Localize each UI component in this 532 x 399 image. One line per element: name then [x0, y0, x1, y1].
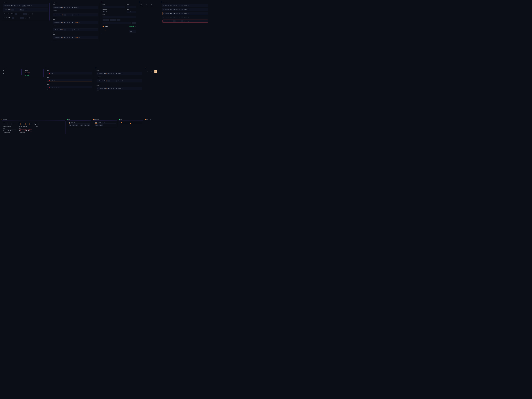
pct-button[interactable]: 100% — [117, 19, 120, 21]
tab[interactable]: Tab0 — [95, 122, 97, 123]
button[interactable]: button — [132, 22, 136, 24]
input-row[interactable]: PlaceholderValue TabTabTab Appendix — [53, 13, 98, 16]
code-digit[interactable]: 0 — [10, 129, 12, 131]
input-row-borderless[interactable]: Placeholder Value TabTabTab button Appen… — [3, 13, 48, 15]
amount-input[interactable]: 0.00 — [102, 6, 125, 8]
input-row-focused[interactable]: PlaceholderValue TabTabTab Appendix — [53, 36, 98, 39]
placeholder-input[interactable]: Placeholder — [127, 11, 136, 13]
tab[interactable]: Tab — [16, 5, 19, 6]
button[interactable]: button — [20, 9, 24, 11]
code-digit[interactable] — [19, 123, 20, 125]
amount-input[interactable]: 0.00 — [102, 16, 136, 18]
account-select[interactable]: Trading Account — [102, 22, 130, 24]
pct-button[interactable]: 50% — [110, 19, 113, 21]
code-digit[interactable] — [10, 123, 12, 125]
close-icon[interactable]: × — [102, 32, 103, 32]
tab[interactable]: Tab0 — [102, 122, 105, 123]
icon-button[interactable] — [72, 37, 73, 38]
code-digit[interactable]: 0 — [7, 129, 9, 131]
amount-input[interactable]: 0.00 — [129, 30, 136, 32]
chevron-down-icon[interactable] — [48, 87, 48, 87]
code-digit[interactable]: 0 — [21, 129, 23, 131]
code-digit[interactable] — [3, 123, 5, 125]
pct-button[interactable]: 10% — [102, 19, 106, 21]
code-digit[interactable]: 0 — [19, 129, 20, 131]
tab[interactable]: Tab — [20, 13, 22, 15]
hash-button[interactable]: # — [150, 70, 153, 73]
amount-input[interactable]: 0.00 — [127, 6, 136, 8]
tab-pill[interactable]: Tab — [75, 124, 78, 126]
swap-icon[interactable]: ⇄ — [135, 26, 136, 27]
tab[interactable]: Tab — [12, 17, 14, 19]
tab[interactable]: Tab — [71, 122, 73, 123]
input-row[interactable]: PlaceholderValueTabTabTabAppendix — [96, 79, 142, 83]
hash-button-active[interactable]: # — [154, 70, 157, 73]
code-digit[interactable] — [25, 123, 27, 125]
tab[interactable]: Tab — [17, 17, 19, 19]
tab[interactable]: Tab0 — [98, 122, 101, 123]
code-digit[interactable] — [7, 123, 9, 125]
input-row[interactable]: Placeholder Value TabTabTab button Appen… — [3, 4, 48, 7]
tab[interactable]: Tab — [16, 9, 19, 11]
code-digit[interactable]: 0 — [12, 129, 14, 131]
code-digit[interactable]: 0 — [25, 129, 27, 131]
tab[interactable]: Tab — [14, 5, 16, 6]
icon-button[interactable] — [72, 22, 73, 23]
code-digit[interactable] — [23, 123, 25, 125]
phone-input-focused[interactable]: +61401 — [47, 79, 92, 82]
pct-button[interactable]: 75% — [113, 19, 116, 21]
code-digit[interactable]: 0 — [35, 123, 36, 125]
code-digit[interactable]: 0 — [14, 129, 16, 131]
code-digit[interactable]: 0 — [28, 129, 30, 131]
code-digit[interactable] — [5, 123, 7, 125]
code-digit[interactable]: 0 — [5, 129, 7, 131]
code-digit[interactable] — [28, 123, 30, 125]
tab-pill[interactable]: Tab0 — [99, 124, 103, 126]
code-digit[interactable] — [12, 123, 14, 125]
tab[interactable]: Tab — [14, 17, 16, 19]
input-row[interactable]: PlaceholderValue TabTabTab Appendix — [53, 6, 98, 9]
tab[interactable]: Tab — [69, 122, 70, 123]
phone-input[interactable]: +61400000000 — [47, 86, 92, 88]
code-digit[interactable]: 0 — [30, 129, 32, 131]
input-row[interactable]: PlaceholderValueTabTabTabAppendix — [96, 72, 142, 75]
input-row-focused[interactable]: PlaceholderValueTabTabTabAppendix — [162, 12, 208, 15]
chevron-down-icon[interactable] — [48, 73, 48, 73]
code-digit[interactable]: 0 — [23, 129, 25, 131]
margin-tab[interactable]: Tab — [102, 11, 105, 12]
tab-pill[interactable]: Tab0 — [95, 124, 99, 126]
tab[interactable]: Tab — [11, 9, 14, 11]
tab[interactable]: Tab — [15, 13, 17, 15]
input-row[interactable]: PlaceholderValueTabTabTabAppendix — [162, 4, 208, 7]
code-digit[interactable] — [30, 123, 32, 125]
tab[interactable]: Tab — [14, 9, 16, 11]
button[interactable]: button — [22, 5, 26, 7]
chevron-down-icon[interactable] — [48, 80, 48, 80]
code-digit[interactable] — [37, 123, 38, 125]
tab-pill[interactable]: Tab — [80, 124, 83, 126]
tab-pill[interactable]: Tab — [87, 124, 90, 126]
code-digit[interactable] — [14, 123, 16, 125]
input-row-error[interactable]: PlaceholderValueTabTabTabAppendix — [162, 20, 208, 23]
button[interactable]: button — [20, 17, 24, 19]
phone-input[interactable]: +61 — [47, 72, 92, 74]
margin-tab[interactable]: Tab — [105, 11, 107, 12]
input-row-borderless[interactable]: 0.00 0.00 TabTabTab button Appendix — [3, 16, 48, 19]
input-row-focused[interactable]: PlaceholderValue TabTabTab Appendix — [53, 21, 98, 24]
input-row[interactable]: PlaceholderValue TabTabTab Appendix — [53, 28, 98, 32]
tab[interactable]: Tab — [74, 122, 75, 123]
tab-pill[interactable]: Tab — [72, 124, 75, 126]
input-row[interactable]: 0.00 0.00 TabTabTab button Appendix — [3, 8, 48, 12]
input-row[interactable]: PlaceholderValueTabTabTabAppendix — [97, 87, 142, 90]
pct-button[interactable]: 25% — [106, 19, 109, 21]
tab-pill[interactable]: Tab — [84, 124, 87, 126]
leverage-slider[interactable] — [104, 30, 128, 32]
tab[interactable]: Tab — [17, 13, 20, 15]
icon-button[interactable] — [72, 29, 73, 31]
icon-button[interactable] — [72, 14, 73, 16]
code-digit[interactable]: 0 — [3, 129, 5, 131]
button[interactable]: button — [23, 13, 27, 15]
hash-button[interactable]: # — [146, 70, 149, 73]
tab-pill[interactable]: Tab — [69, 124, 71, 126]
code-digit[interactable] — [21, 123, 23, 125]
